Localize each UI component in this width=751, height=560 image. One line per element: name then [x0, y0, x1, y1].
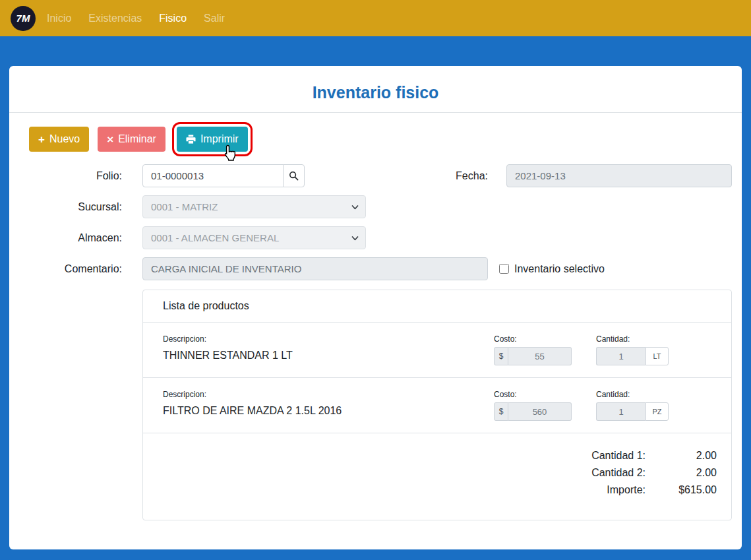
fecha-group: Fecha: — [456, 164, 732, 187]
sucursal-label: Sucursal: — [19, 201, 122, 213]
total-label: Importe: — [607, 484, 646, 496]
imprimir-button-label: Imprimir — [200, 133, 239, 145]
nuevo-button[interactable]: + Nuevo — [29, 127, 89, 152]
total-value: 2.00 — [646, 467, 717, 479]
search-icon — [289, 171, 299, 181]
nav-items: Inicio Existencias Fisico Salir — [38, 13, 233, 24]
total-row: Cantidad 2: 2.00 — [158, 467, 717, 479]
cantidad-input — [596, 402, 646, 421]
costo-input — [508, 402, 572, 421]
inventory-form: Folio: Fecha: Sucursal: — [19, 164, 732, 280]
imprimir-button[interactable]: Imprimir — [177, 127, 248, 152]
x-icon: × — [107, 134, 113, 145]
product-row: Descripcion: FILTRO DE AIRE MAZDA 2 1.5L… — [143, 378, 731, 433]
cantidad-label: Cantidad: — [596, 390, 669, 399]
printer-icon — [186, 135, 196, 144]
inventario-selectivo-checkbox[interactable] — [499, 264, 509, 274]
cantidad-group: Cantidad: PZ — [596, 390, 669, 421]
costo-label: Costo: — [494, 334, 572, 344]
main-card: Inventario fisico + Nuevo × Eliminar — [9, 66, 742, 549]
sucursal-select: 0001 - MATRIZ — [142, 195, 366, 218]
nav-item-salir[interactable]: Salir — [195, 13, 233, 24]
cantidad-input — [596, 347, 646, 365]
unit-suffix: LT — [646, 347, 669, 365]
total-label: Cantidad 2: — [591, 467, 646, 479]
total-value: $615.00 — [646, 484, 717, 496]
brand-logo[interactable]: 7M — [11, 6, 36, 31]
descripcion-label: Descripcion: — [163, 390, 494, 399]
total-row: Cantidad 1: 2.00 — [158, 450, 717, 462]
costo-group: Costo: $ — [494, 390, 572, 421]
currency-prefix: $ — [494, 402, 508, 421]
totals: Cantidad 1: 2.00 Cantidad 2: 2.00 Import… — [143, 433, 731, 520]
costo-label: Costo: — [494, 390, 572, 399]
plus-icon: + — [38, 134, 45, 145]
product-description-block: Descripcion: THINNER ESTANDAR 1 LT — [163, 334, 494, 365]
fecha-input — [506, 164, 732, 187]
fecha-label: Fecha: — [456, 170, 488, 182]
navbar: 7M Inicio Existencias Fisico Salir — [0, 0, 751, 36]
almacen-label: Almacen: — [19, 232, 122, 244]
inventario-selectivo-group: Inventario selectivo — [499, 263, 605, 275]
product-name: THINNER ESTANDAR 1 LT — [163, 350, 494, 361]
brand-text: 7M — [16, 13, 30, 24]
nav-item-fisico[interactable]: Fisico — [150, 13, 195, 24]
total-value: 2.00 — [646, 450, 717, 462]
total-row: Importe: $615.00 — [158, 484, 717, 496]
title-divider — [9, 112, 742, 113]
descripcion-label: Descripcion: — [163, 334, 494, 344]
nav-item-inicio[interactable]: Inicio — [38, 13, 80, 24]
folio-label: Folio: — [19, 170, 122, 182]
eliminar-button[interactable]: × Eliminar — [98, 127, 165, 152]
comentario-input — [142, 257, 488, 280]
almacen-select-wrap: 0001 - ALMACEN GENERAL — [142, 226, 366, 249]
products-panel: Lista de productos Descripcion: THINNER … — [142, 290, 732, 520]
product-row: Descripcion: THINNER ESTANDAR 1 LT Costo… — [143, 323, 731, 378]
nav-item-existencias[interactable]: Existencias — [80, 13, 150, 24]
search-button[interactable] — [283, 164, 305, 187]
almacen-select: 0001 - ALMACEN GENERAL — [142, 226, 366, 249]
panel-title: Lista de productos — [143, 290, 731, 323]
folio-input[interactable] — [142, 164, 284, 187]
page-background: Inventario fisico + Nuevo × Eliminar — [0, 36, 751, 549]
costo-input — [508, 347, 572, 365]
sucursal-select-wrap: 0001 - MATRIZ — [142, 195, 366, 218]
unit-suffix: PZ — [646, 402, 669, 421]
eliminar-button-label: Eliminar — [118, 133, 156, 145]
cantidad-group: Cantidad: LT — [596, 334, 669, 365]
currency-prefix: $ — [494, 347, 508, 365]
total-label: Cantidad 1: — [591, 450, 646, 462]
product-description-block: Descripcion: FILTRO DE AIRE MAZDA 2 1.5L… — [163, 390, 494, 421]
nuevo-button-label: Nuevo — [49, 133, 80, 145]
comentario-label: Comentario: — [19, 263, 122, 275]
product-name: FILTRO DE AIRE MAZDA 2 1.5L 2016 — [163, 405, 494, 417]
page-title: Inventario fisico — [19, 66, 732, 112]
costo-group: Costo: $ — [494, 334, 572, 365]
toolbar: + Nuevo × Eliminar Imprimir — [29, 127, 732, 152]
inventario-selectivo-label: Inventario selectivo — [514, 263, 605, 275]
imprimir-wrap: Imprimir — [177, 127, 248, 152]
cantidad-label: Cantidad: — [596, 334, 669, 344]
